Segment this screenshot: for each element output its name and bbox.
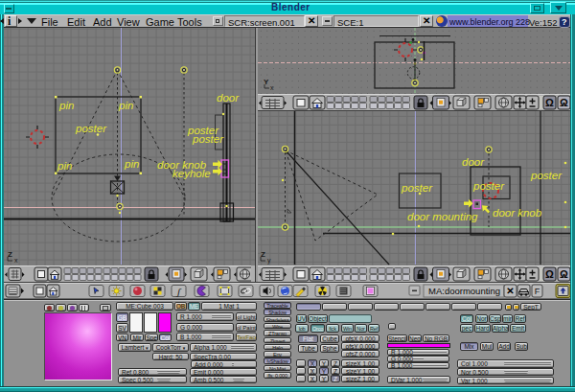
- svg-text:door: door: [217, 92, 240, 104]
- svg-text:poster: poster: [192, 133, 224, 145]
- svg-text:pin: pin: [57, 160, 72, 172]
- svg-text:poster: poster: [75, 123, 107, 134]
- svg-text:MA:doormounting: MA:doormounting: [428, 286, 500, 296]
- svg-text:door mounting: door mounting: [407, 211, 478, 222]
- svg-text:pin: pin: [124, 158, 139, 170]
- svg-text:x: x: [270, 84, 274, 91]
- svg-text:door: door: [462, 156, 485, 168]
- svg-text:poster: poster: [401, 182, 433, 194]
- svg-text:poster: poster: [530, 170, 563, 181]
- svg-text:Z: Z: [261, 250, 265, 259]
- svg-text:door knob: door knob: [493, 207, 542, 219]
- svg-text:Z: Z: [8, 250, 12, 259]
- svg-text:✕: ✕: [506, 286, 514, 296]
- svg-text:x: x: [14, 257, 18, 264]
- svg-text:pin: pin: [58, 100, 74, 111]
- svg-text:y: y: [267, 257, 271, 265]
- svg-text:keyhole: keyhole: [172, 168, 211, 179]
- svg-text:pin: pin: [118, 100, 133, 111]
- svg-text:poster: poster: [472, 180, 505, 192]
- svg-text:F: F: [535, 287, 540, 296]
